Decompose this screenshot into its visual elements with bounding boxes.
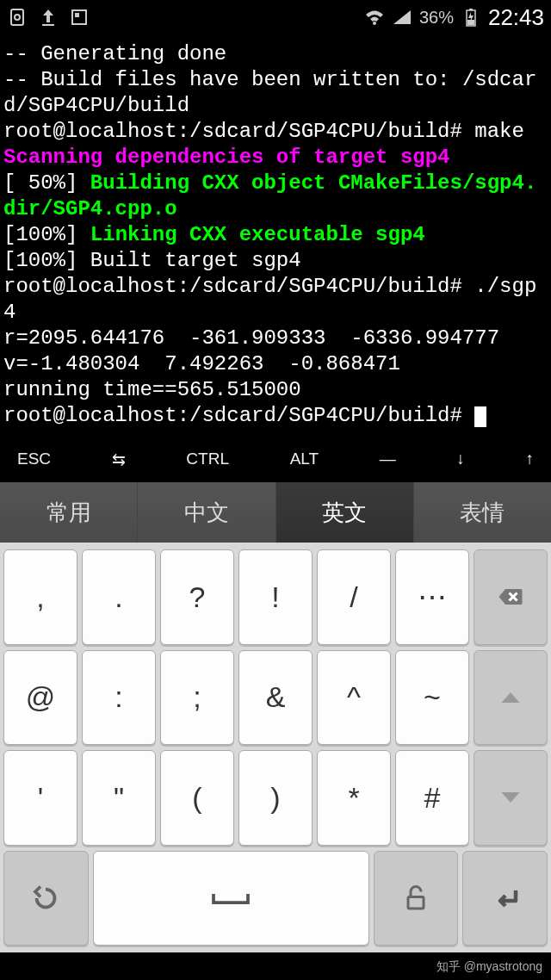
key[interactable]: ! bbox=[238, 549, 313, 645]
keyboard-row-1: ,.?!/⋯ bbox=[3, 549, 548, 645]
key[interactable]: ? bbox=[160, 549, 234, 645]
soft-keyboard: ,.?!/⋯ @:;&^~ '"()*# bbox=[0, 543, 551, 952]
dash-key[interactable]: — bbox=[369, 450, 406, 468]
key[interactable]: # bbox=[395, 750, 469, 846]
key[interactable]: ⋯ bbox=[395, 549, 469, 645]
undo-key[interactable] bbox=[3, 851, 89, 946]
page-up-key[interactable] bbox=[474, 650, 548, 746]
ctrl-key[interactable]: CTRL bbox=[176, 450, 239, 468]
upload-icon bbox=[38, 7, 59, 28]
key[interactable]: ' bbox=[3, 750, 77, 846]
svg-rect-2 bbox=[42, 24, 54, 26]
window-icon bbox=[69, 7, 90, 28]
enter-key[interactable] bbox=[462, 851, 548, 946]
key[interactable]: ) bbox=[238, 750, 313, 846]
svg-rect-9 bbox=[408, 896, 424, 909]
key[interactable]: ~ bbox=[395, 650, 469, 746]
svg-point-5 bbox=[373, 22, 376, 25]
svg-point-1 bbox=[15, 15, 20, 20]
alt-key[interactable]: ALT bbox=[280, 450, 329, 468]
function-key-row: ESC ⇆ CTRL ALT — ↓ ↑ bbox=[0, 436, 551, 482]
svg-rect-0 bbox=[11, 9, 23, 25]
backspace-key[interactable] bbox=[474, 549, 548, 645]
svg-rect-7 bbox=[469, 9, 473, 10]
ime-tab-bar: 常用中文英文表情 bbox=[0, 482, 551, 543]
key[interactable]: & bbox=[238, 650, 313, 746]
key[interactable]: @ bbox=[3, 650, 77, 746]
battery-icon bbox=[461, 7, 481, 28]
key[interactable]: ; bbox=[160, 650, 234, 746]
terminal-output[interactable]: -- Generating done-- Build files have be… bbox=[0, 34, 551, 436]
key[interactable]: : bbox=[82, 650, 156, 746]
keyboard-row-4 bbox=[3, 851, 548, 946]
tab-key[interactable]: ⇆ bbox=[102, 450, 136, 469]
signal-icon bbox=[392, 7, 412, 28]
lock-key[interactable] bbox=[374, 851, 459, 946]
esc-key[interactable]: ESC bbox=[7, 450, 61, 468]
key[interactable]: " bbox=[82, 750, 156, 846]
key[interactable]: ( bbox=[160, 750, 234, 846]
ime-tab-1[interactable]: 中文 bbox=[138, 482, 276, 543]
key[interactable]: , bbox=[3, 549, 77, 645]
space-key[interactable] bbox=[93, 851, 369, 946]
keyboard-row-3: '"()*# bbox=[3, 750, 548, 846]
clock: 22:43 bbox=[488, 4, 544, 31]
key[interactable]: * bbox=[317, 750, 391, 846]
ime-tab-2[interactable]: 英文 bbox=[276, 482, 414, 543]
key[interactable]: . bbox=[82, 549, 156, 645]
up-arrow-key[interactable]: ↑ bbox=[515, 450, 544, 468]
key[interactable]: ^ bbox=[317, 650, 391, 746]
ime-tab-0[interactable]: 常用 bbox=[0, 482, 138, 543]
key[interactable]: / bbox=[317, 549, 391, 645]
wifi-icon bbox=[364, 7, 385, 28]
watermark: 知乎 @myastrotong bbox=[436, 959, 542, 975]
status-bar: 36% 22:43 bbox=[0, 0, 551, 34]
keyboard-row-2: @:;&^~ bbox=[3, 650, 548, 746]
ime-tab-3[interactable]: 表情 bbox=[414, 482, 551, 543]
battery-percent: 36% bbox=[419, 8, 454, 28]
page-down-key[interactable] bbox=[474, 750, 548, 846]
svg-rect-4 bbox=[75, 13, 79, 17]
down-arrow-key[interactable]: ↓ bbox=[446, 450, 475, 468]
notebook-icon bbox=[7, 7, 28, 28]
